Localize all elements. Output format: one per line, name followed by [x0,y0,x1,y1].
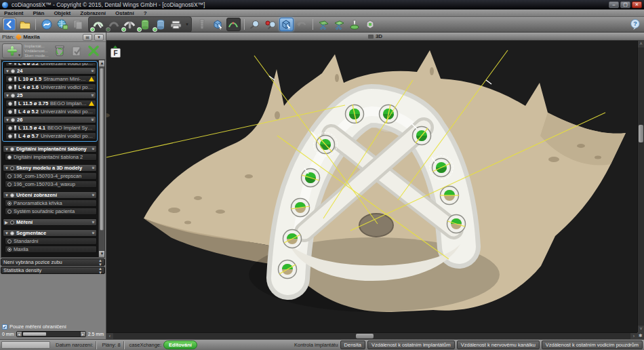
limit-measure-checkbox[interactable]: ✓ [2,324,7,330]
tree-item-maxila-seg[interactable]: Maxila [5,246,97,253]
scroll-down-icon[interactable]: ˅ [638,326,644,332]
distance-nerve-button[interactable]: Vzdálenost k nervovému kanálku [457,341,540,349]
measure-range-slider[interactable]: ◂ ▸ [16,331,86,337]
scroll-right-icon[interactable]: › [630,333,637,339]
back-button[interactable] [2,18,16,31]
hscroll-thumb[interactable] [356,334,374,338]
verify-plan-button[interactable] [69,44,84,58]
zoom-reset-icon[interactable] [264,18,278,31]
viewport-settings-gear-icon[interactable]: ✱ [637,332,644,339]
editing-status-badge: Editování [163,341,197,349]
menu-ostatni[interactable]: Ostatní [115,10,134,16]
section-segmentation[interactable]: ▼ Segmentace » [3,229,97,237]
maximize-button[interactable]: ▢ [620,1,630,8]
implant-sleeve [413,127,431,145]
viewport-header[interactable]: 3D [106,33,644,41]
scroll-down-icon[interactable]: ▼ [99,251,105,257]
menu-pacient[interactable]: Pacient [4,10,23,16]
panel-list-button[interactable]: ▤ [83,34,92,41]
tree-item-implant[interactable]: L 11.5 ø 4.1 BEGO Implant Systems BE... [5,124,96,132]
tooth-position-combo[interactable]: Není vybrána pozice zubu▲▼ [1,258,105,266]
tree-item-implant[interactable]: L 11.5 ø 3.75 BEGO Implant System... [5,100,96,107]
copy-plan-icon[interactable] [71,18,85,31]
plans-count-cell: Plány: 8 [99,341,123,349]
add-object-button[interactable]: ▼ [2,43,22,58]
cut-guide-icon[interactable] [332,18,346,31]
tree-item-sleeve[interactable]: L 4 ø 5.2 Univerzální vodicí pouzdro Un.… [5,108,96,115]
tree-item-patient-coords[interactable]: Systém souřadnic pacienta [5,208,97,215]
bone-cube-icon[interactable] [363,18,378,31]
menu-help[interactable]: ? [144,10,147,16]
implant-base-icon[interactable] [348,18,362,31]
density-statistics-combo[interactable]: Statistika density▲▼ [1,267,105,274]
wizard-step-curve-icon[interactable] [106,18,121,31]
orientation-cube[interactable]: F [110,46,121,58]
section-measurements[interactable]: ▶ Měření » [3,218,97,226]
tree-item-waxup[interactable]: 196_com-150703-4_waxup [5,180,97,188]
implant-tool-icon[interactable] [195,18,209,31]
tree-group-25[interactable]: ▼ 25 » [3,92,96,99]
tree-group-24[interactable]: ▼ 24 » [3,67,96,75]
tree-item-sleeve[interactable]: L 4 ø 1.6 Univerzální vodicí pouzdro Vir… [5,83,96,91]
viewport-hscrollbar[interactable]: ‹ › [106,332,637,339]
wizard-step-implant-icon[interactable] [122,18,136,31]
section-scans[interactable]: ▼ Skeny modelu a 3D modely » [3,164,97,172]
plan-management-icon[interactable] [39,18,54,31]
tree-item-prepscan[interactable]: 196_com-150703-4_prepscan [5,172,97,180]
viewport-3d: 3D F [106,33,644,339]
scroll-left-icon[interactable]: ‹ [106,333,113,339]
title-bar: coDiagnostiX™ - Copyright © 2015, Dental… [0,0,644,9]
zoom-icon[interactable] [248,18,262,31]
ghost-vzdalenost: Vzdálenost... [24,49,50,53]
implant-sleeve [447,215,466,233]
density-button[interactable]: Densita [340,341,365,349]
rotate-3d-cube-icon[interactable] [279,18,294,31]
panoramic-view-icon[interactable] [226,18,241,31]
print-dropdown-caret[interactable]: ▼ [185,22,189,26]
scroll-up-icon[interactable]: ˄ [638,41,644,47]
object-select-cube-icon[interactable] [211,18,225,31]
panel-dropdown-button[interactable]: ▼ [94,34,104,41]
slider-min-label: 0 mm [2,332,14,336]
plus-icon [7,46,17,56]
delete-object-button[interactable] [52,44,67,58]
tree-item-sleeve[interactable]: L 4 ø 5.7 Univerzální vodicí pouzdro BE.… [5,132,96,140]
menu-objekt[interactable]: Objekt [54,10,71,16]
wizard-step-group: ▼ [88,16,192,33]
print-icon[interactable] [169,18,183,31]
distance-sleeves-button[interactable]: Vzdálenost k ostatním vodicím pouzdrům [542,341,643,349]
section-view-definition[interactable]: ▼ Určení zobrazení » [3,191,97,199]
close-button[interactable]: ✕ [632,1,642,8]
wizard-step-sleeve-icon[interactable] [138,18,152,31]
vscroll-thumb[interactable] [639,125,643,142]
wizard-step-template-icon[interactable] [153,18,167,31]
3d-scene[interactable]: F [106,41,644,339]
tree-group-26[interactable]: ▼ 26 » [3,116,96,123]
help-icon[interactable]: ? [628,18,642,31]
tree-item-standard-seg[interactable]: Standardní [5,237,97,245]
slider-right-arrow[interactable]: ▸ [80,332,85,336]
tree-scrollbar[interactable]: ▲ ▼ [98,60,104,257]
tree-item-template[interactable]: Digitální implantační šablona 2 [5,153,97,161]
tree-item-partial[interactable]: L 4 ø 5.2 Univerzální vodicí pouzdro U..… [5,62,96,66]
tree-item-implant[interactable]: L 10 ø 1.5 Straumann Mini-screw [5,75,96,83]
add-dropdown-caret[interactable]: ▼ [18,53,21,57]
slider-max-label: 2.5 mm [88,332,104,336]
scroll-up-icon[interactable]: ▲ [99,60,105,66]
menu-plan[interactable]: Plán [33,10,44,16]
undo-icon[interactable] [295,18,309,31]
minimize-button[interactable]: – [609,1,619,8]
menu-zobrazeni[interactable]: Zobrazení [80,10,106,16]
distance-implants-button[interactable]: Vzdálenost k ostatním implantátům [367,341,455,349]
scrollbar-thumb[interactable] [100,68,104,231]
casexchange-icon[interactable] [55,18,69,31]
wizard-step-segmentation-icon[interactable] [91,18,105,31]
cut-model-icon[interactable] [317,18,331,31]
slider-thumb[interactable] [23,332,46,336]
viewport-vscrollbar[interactable]: ˄ ˅ [637,41,644,332]
delete-all-button[interactable] [86,44,101,58]
slider-left-arrow[interactable]: ◂ [17,332,22,336]
open-patient-icon[interactable] [18,18,32,31]
section-templates[interactable]: ▼ Digitální implantační šablony » [3,145,97,153]
tree-item-panoramic-curve[interactable]: Panoramatická křivka [5,199,97,207]
